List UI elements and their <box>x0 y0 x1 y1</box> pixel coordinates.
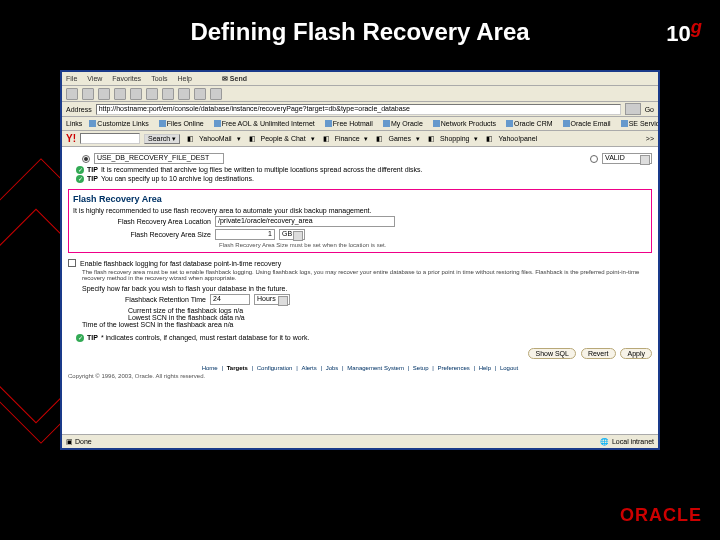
footer-nav: Home | Targets | Configuration | Alerts … <box>68 365 652 371</box>
stop-icon[interactable] <box>98 88 110 100</box>
ymenu-finance[interactable]: ◧ Finance ▾ <box>320 135 372 143</box>
section-title: Flash Recovery Area <box>73 194 647 204</box>
home-icon[interactable] <box>130 88 142 100</box>
arch-dest-value[interactable]: USE_DB_RECOVERY_FILE_DEST <box>94 153 224 164</box>
menu-view[interactable]: View <box>87 75 102 82</box>
link-customize[interactable]: Customize Links <box>86 120 151 128</box>
links-label: Links <box>66 120 82 127</box>
ymenu-more[interactable]: >> <box>646 135 654 142</box>
menu-file[interactable]: File <box>66 75 77 82</box>
ymenu-people[interactable]: ◧ People & Chat ▾ <box>246 135 318 143</box>
tip-text: * indicates controls, if changed, must r… <box>101 334 310 342</box>
go-button[interactable] <box>625 103 641 115</box>
size-note: Flash Recovery Area Size must be set whe… <box>219 242 647 248</box>
link-crm[interactable]: Oracle CRM <box>503 120 556 128</box>
status-zone: 🌐 Local intranet <box>600 438 654 446</box>
current-size: Current size of the flashback logs n/a <box>128 307 652 314</box>
address-input[interactable]: http://hostname:port/em/console/database… <box>96 104 621 115</box>
link-files[interactable]: Files Online <box>156 120 207 128</box>
send-link[interactable]: ✉ Send <box>222 75 247 83</box>
nav-jobs[interactable]: Jobs <box>324 365 341 371</box>
address-bar: Address http://hostname:port/em/console/… <box>62 102 658 117</box>
search-button[interactable]: Search ▾ <box>144 134 180 144</box>
ymenu-shopping[interactable]: ◧ Shopping ▾ <box>425 135 482 143</box>
tip-icon: ✓ <box>76 334 84 342</box>
nav-prefs[interactable]: Preferences <box>435 365 471 371</box>
menu-tools[interactable]: Tools <box>151 75 167 82</box>
oracle-logo: ORACLE <box>620 505 702 526</box>
apply-button[interactable]: Apply <box>620 348 652 359</box>
back-icon[interactable] <box>66 88 78 100</box>
size-label: Flash Recovery Area Size <box>81 231 211 238</box>
nav-targets[interactable]: Targets <box>225 365 250 371</box>
size-input[interactable]: 1 <box>215 229 275 240</box>
nav-home[interactable]: Home <box>200 365 220 371</box>
nav-alerts[interactable]: Alerts <box>299 365 318 371</box>
nav-setup[interactable]: Setup <box>411 365 431 371</box>
ymenu-games[interactable]: ◧ Games ▾ <box>373 135 422 143</box>
arch-status-select[interactable]: VALID <box>602 153 652 164</box>
lowest-scn: Lowest SCN in the flashback data n/a <box>128 314 652 321</box>
retention-input[interactable]: 24 <box>210 294 250 305</box>
history-icon[interactable] <box>178 88 190 100</box>
copyright: Copyright © 1996, 2003, Oracle. All righ… <box>68 373 652 379</box>
ymenu-yahoo[interactable]: ◧ Yahoo!panel <box>483 135 543 143</box>
status-done: ▣ Done <box>66 438 92 446</box>
lowest-scn-time: Time of the lowest SCN in the flashback … <box>82 321 652 328</box>
enable-flashback-label: Enable flashback logging for fast databa… <box>80 260 281 267</box>
tip-icon: ✓ <box>76 166 84 174</box>
tip-text: It is recommended that archive log files… <box>101 166 423 174</box>
arch-status-radio[interactable] <box>590 155 598 163</box>
retention-label: Flashback Retention Time <box>76 296 206 303</box>
link-myoracle[interactable]: My Oracle <box>380 120 426 128</box>
flash-recovery-section: Flash Recovery Area It is highly recomme… <box>68 189 652 253</box>
yahoo-search-input[interactable] <box>80 133 140 144</box>
address-label: Address <box>66 106 92 113</box>
enable-flashback-desc: The flash recovery area must be set to e… <box>82 269 652 281</box>
nav-config[interactable]: Configuration <box>255 365 295 371</box>
go-label: Go <box>645 106 654 113</box>
yahoo-logo-icon[interactable]: Y! <box>66 133 76 144</box>
link-archive[interactable]: SE Service Archive <box>618 120 658 128</box>
search-icon[interactable] <box>146 88 158 100</box>
tip-icon: ✓ <box>76 175 84 183</box>
links-bar: Links Customize Links Files Online Free … <box>62 117 658 131</box>
menu-bar: File View Favorites Tools Help ✉ Send <box>62 72 658 86</box>
nav-toolbar <box>62 86 658 102</box>
tenG-logo: 10g <box>666 16 702 47</box>
nav-help[interactable]: Help <box>477 365 493 371</box>
specify-text: Specify how far back you wish to flash y… <box>82 285 652 292</box>
location-label: Flash Recovery Area Location <box>81 218 211 225</box>
refresh-icon[interactable] <box>114 88 126 100</box>
button-row: Show SQL Revert Apply <box>68 348 652 359</box>
revert-button[interactable]: Revert <box>581 348 616 359</box>
link-hotmail[interactable]: Free Hotmail <box>322 120 376 128</box>
link-free[interactable]: Free AOL & Unlimited Internet <box>211 120 318 128</box>
show-sql-button[interactable]: Show SQL <box>528 348 575 359</box>
favorites-icon[interactable] <box>162 88 174 100</box>
section-desc: It is highly recommended to use flash re… <box>73 207 647 214</box>
enable-flashback-checkbox[interactable] <box>68 259 76 267</box>
mail-icon[interactable] <box>194 88 206 100</box>
link-netprod[interactable]: Network Products <box>430 120 499 128</box>
forward-icon[interactable] <box>82 88 94 100</box>
nav-logout[interactable]: Logout <box>498 365 520 371</box>
location-input[interactable]: /private1/oracle/recovery_area <box>215 216 395 227</box>
arch-dest-radio[interactable] <box>82 155 90 163</box>
ymenu-mail[interactable]: ◧ YahooMail ▾ <box>184 135 243 143</box>
menu-help[interactable]: Help <box>177 75 191 82</box>
print-icon[interactable] <box>210 88 222 100</box>
menu-favorites[interactable]: Favorites <box>112 75 141 82</box>
nav-mgmt[interactable]: Management System <box>345 365 406 371</box>
slide-title: Defining Flash Recovery Area <box>0 18 720 46</box>
tip-text: You can specify up to 10 archive log des… <box>101 175 254 183</box>
page-content: USE_DB_RECOVERY_FILE_DEST VALID ✓TIP It … <box>62 147 658 434</box>
retention-unit-select[interactable]: Hours <box>254 294 290 305</box>
size-unit-select[interactable]: GB <box>279 229 305 240</box>
yahoo-toolbar: Y! Search ▾ ◧ YahooMail ▾ ◧ People & Cha… <box>62 131 658 147</box>
link-email[interactable]: Oracle Email <box>560 120 614 128</box>
status-bar: ▣ Done 🌐 Local intranet <box>62 434 658 448</box>
browser-window: File View Favorites Tools Help ✉ Send Ad… <box>60 70 660 450</box>
